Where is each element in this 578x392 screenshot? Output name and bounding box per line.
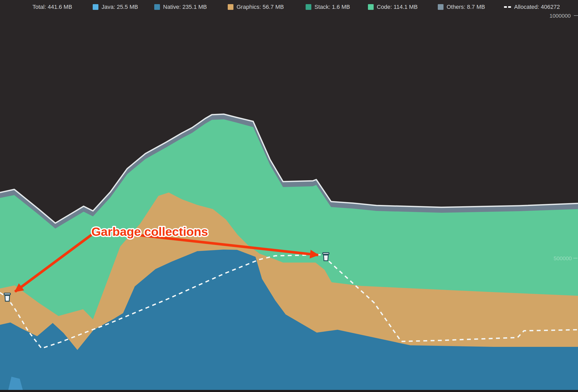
legend-label-native: Native: 235.1 MB	[163, 4, 207, 10]
graphics-swatch	[228, 4, 233, 10]
legend-label-allocated: Allocated: 406272	[514, 4, 560, 10]
legend-item-code: Code: 114.1 MB	[368, 0, 418, 14]
memory-profiler-screen: 1000000 500000 Garbage collections Total…	[0, 0, 578, 392]
legend-label-stack: Stack: 1.6 MB	[314, 4, 350, 10]
legend: Total: 441.6 MB Java: 25.5 MB Native: 23…	[0, 0, 578, 14]
java-swatch	[93, 4, 98, 10]
legend-item-stack: Stack: 1.6 MB	[306, 0, 350, 14]
legend-item-java: Java: 25.5 MB	[93, 0, 138, 14]
gc-trash-icon-2	[323, 253, 329, 261]
legend-item-total: Total: 441.6 MB	[32, 0, 72, 14]
legend-item-native: Native: 235.1 MB	[154, 0, 207, 14]
others-swatch	[438, 4, 443, 10]
legend-label-graphics: Graphics: 56.7 MB	[237, 4, 284, 10]
chart-bottom-edge	[0, 390, 578, 392]
legend-item-others: Others: 8.7 MB	[438, 0, 485, 14]
stack-swatch	[306, 4, 311, 10]
gc-trash-icon-1	[4, 293, 10, 301]
legend-label-java: Java: 25.5 MB	[102, 4, 138, 10]
allocated-dash-icon	[504, 6, 511, 8]
legend-label-others: Others: 8.7 MB	[447, 4, 485, 10]
legend-item-graphics: Graphics: 56.7 MB	[228, 0, 284, 14]
legend-label-total: Total: 441.6 MB	[32, 4, 72, 10]
legend-item-allocated: Allocated: 406272	[504, 0, 560, 14]
garbage-collections-annotation: Garbage collections	[91, 225, 208, 238]
code-swatch	[368, 4, 374, 10]
legend-label-code: Code: 114.1 MB	[377, 4, 418, 10]
axis-tick-label-500000: 500000	[554, 255, 572, 261]
memory-timeline-chart[interactable]: 1000000 500000 Garbage collections	[0, 0, 578, 392]
native-swatch	[154, 4, 160, 10]
